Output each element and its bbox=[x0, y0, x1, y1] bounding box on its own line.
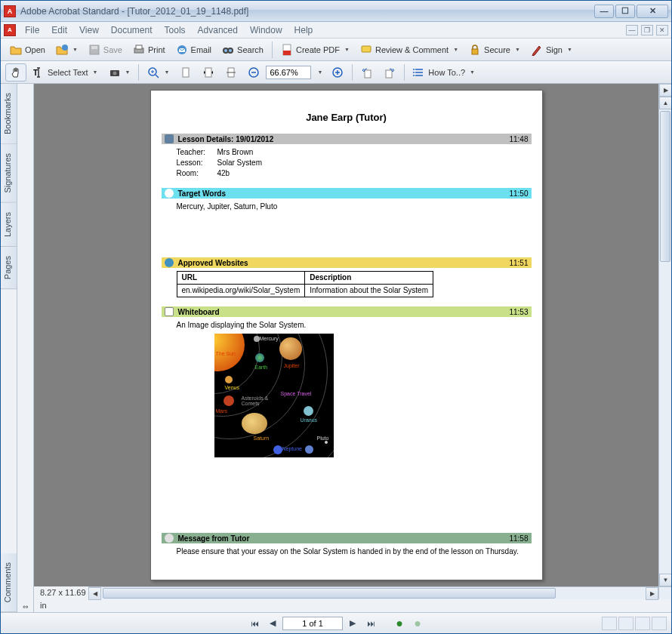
facing-view-button[interactable] bbox=[635, 617, 650, 630]
minus-circle-icon bbox=[248, 66, 260, 78]
mdi-minimize-button[interactable]: — bbox=[626, 25, 638, 35]
menu-file[interactable]: File bbox=[19, 23, 45, 38]
mdi-restore-button[interactable]: ❐ bbox=[641, 25, 653, 35]
maximize-button[interactable]: ☐ bbox=[615, 5, 635, 18]
snapshot-tool-button[interactable]: ▼ bbox=[104, 63, 135, 82]
tab-comments[interactable]: Comments bbox=[1, 553, 17, 612]
first-page-button[interactable]: ⏮ bbox=[246, 616, 263, 631]
scroll-left-arrow-icon[interactable]: ◀ bbox=[88, 587, 101, 600]
hand-tool-button[interactable] bbox=[5, 63, 26, 82]
menu-advanced[interactable]: Advanced bbox=[192, 23, 244, 38]
target-words-body: Mercury, Jupiter, Saturn, Pluto bbox=[162, 202, 532, 257]
acrobat-doc-icon: A bbox=[4, 24, 16, 36]
zoom-in-plus-button[interactable] bbox=[327, 63, 348, 82]
horizontal-scrollbar[interactable]: ◀ ▶ bbox=[88, 586, 658, 599]
tab-pages[interactable]: Pages bbox=[1, 247, 17, 289]
back-button[interactable]: ● bbox=[391, 616, 408, 631]
create-pdf-button[interactable]: Create PDF ▼ bbox=[276, 41, 354, 59]
label-saturn: Saturn bbox=[254, 435, 270, 442]
websites-table: URLDescription en.wikipedia.org/wiki/Sol… bbox=[177, 271, 433, 297]
select-text-button[interactable]: T Select Text ▼ bbox=[28, 63, 103, 82]
scroll-right-arrow-icon[interactable]: ▶ bbox=[659, 84, 671, 97]
svg-point-9 bbox=[224, 49, 227, 52]
fit-page-button[interactable] bbox=[198, 63, 219, 82]
menu-edit[interactable]: Edit bbox=[45, 23, 73, 38]
search-button[interactable]: Search bbox=[217, 41, 268, 59]
tab-bookmarks[interactable]: Bookmarks bbox=[1, 84, 17, 144]
book-icon bbox=[165, 134, 174, 143]
chevron-down-icon: ▼ bbox=[72, 47, 78, 52]
open-from-web-button[interactable]: ▼ bbox=[51, 41, 82, 59]
doc-viewport: Jane Earp (Tutor) Lesson Details: 19/01/… bbox=[34, 84, 671, 586]
resize-handle-icon[interactable]: ⇔ bbox=[17, 602, 33, 612]
next-page-button[interactable]: ▶ bbox=[344, 616, 361, 631]
continuous-view-button[interactable] bbox=[618, 617, 633, 630]
print-button[interactable]: Print bbox=[128, 41, 170, 59]
globe-icon bbox=[165, 258, 174, 267]
rotate-cw-button[interactable] bbox=[379, 63, 400, 82]
svg-point-10 bbox=[229, 49, 232, 52]
forward-button[interactable]: ● bbox=[409, 616, 426, 631]
continuous-facing-view-button[interactable] bbox=[652, 617, 667, 630]
close-button[interactable]: ✕ bbox=[637, 5, 668, 18]
window-title: Adobe Acrobat Standard - [Tutor_2012_01_… bbox=[20, 6, 594, 17]
actual-size-button[interactable] bbox=[175, 63, 196, 82]
open-button[interactable]: Open bbox=[5, 41, 50, 59]
prev-page-button[interactable]: ◀ bbox=[264, 616, 281, 631]
menu-window[interactable]: Window bbox=[244, 23, 288, 38]
zoom-level-input[interactable] bbox=[266, 66, 311, 79]
rotate-ccw-button[interactable] bbox=[356, 63, 378, 82]
scroll-up-arrow-icon[interactable]: ▲ bbox=[659, 97, 671, 109]
titlebar[interactable]: A Adobe Acrobat Standard - [Tutor_2012_0… bbox=[1, 1, 671, 22]
doc-scroll[interactable]: Jane Earp (Tutor) Lesson Details: 19/01/… bbox=[34, 84, 658, 586]
single-page-view-button[interactable] bbox=[602, 617, 617, 630]
last-page-button[interactable]: ⏭ bbox=[362, 616, 379, 631]
menu-tools[interactable]: Tools bbox=[159, 23, 192, 38]
approved-websites-header: Approved Websites bbox=[178, 259, 248, 267]
svg-rect-4 bbox=[136, 45, 142, 49]
target-icon bbox=[165, 189, 174, 198]
label-space-travel: Space Travel bbox=[281, 390, 312, 398]
email-button[interactable]: Email bbox=[171, 41, 217, 59]
scroll-down-arrow-icon[interactable]: ▼ bbox=[659, 574, 671, 586]
review-comment-button[interactable]: Review & Comment ▼ bbox=[356, 41, 463, 59]
scroll-track[interactable] bbox=[659, 109, 671, 574]
tab-layers[interactable]: Layers bbox=[1, 203, 17, 247]
svg-point-27 bbox=[413, 75, 415, 76]
menu-help[interactable]: Help bbox=[288, 23, 319, 38]
menu-view[interactable]: View bbox=[73, 23, 105, 38]
svg-rect-19 bbox=[205, 68, 211, 77]
document-area: Bookmarks Signatures Layers Pages Commen… bbox=[1, 84, 671, 612]
hand-icon bbox=[10, 66, 22, 78]
lesson-details-header: Lesson Details: 19/01/2012 bbox=[178, 135, 274, 143]
menu-document[interactable]: Document bbox=[105, 23, 159, 38]
vertical-scrollbar[interactable]: ▶ ▲ ▼ bbox=[658, 84, 671, 586]
zoom-out-button[interactable] bbox=[243, 63, 264, 82]
scroll-right-arrow-icon[interactable]: ▶ bbox=[646, 587, 658, 600]
acrobat-icon: A bbox=[4, 5, 16, 17]
scroll-track-h[interactable] bbox=[101, 587, 646, 599]
whiteboard-body: An Image displaying the Solar System. bbox=[162, 320, 532, 533]
folder-web-icon bbox=[56, 44, 68, 56]
approved-websites-time: 11:51 bbox=[509, 259, 528, 267]
binoculars-icon bbox=[222, 44, 234, 56]
separator bbox=[272, 42, 273, 58]
sign-button[interactable]: Sign ▼ bbox=[526, 41, 577, 59]
secure-button[interactable]: Secure ▼ bbox=[464, 41, 525, 59]
approved-websites-body: URLDescription en.wikipedia.org/wiki/Sol… bbox=[162, 271, 532, 306]
chevron-down-icon: ▼ bbox=[125, 69, 131, 75]
section-target-words: Target Words 11:50 bbox=[162, 188, 532, 199]
zoom-in-button[interactable]: ▼ bbox=[143, 63, 174, 82]
chevron-down-icon: ▼ bbox=[515, 47, 520, 52]
minimize-button[interactable]: — bbox=[594, 5, 614, 18]
tab-signatures[interactable]: Signatures bbox=[1, 144, 17, 203]
page-number-input[interactable]: 1 of 1 bbox=[282, 617, 343, 630]
mdi-close-button[interactable]: ✕ bbox=[656, 25, 668, 35]
select-text-label: Select Text bbox=[48, 68, 88, 77]
scroll-thumb[interactable] bbox=[660, 111, 670, 262]
scroll-thumb-h[interactable] bbox=[103, 588, 556, 599]
chevron-down-icon[interactable]: ▼ bbox=[314, 66, 325, 78]
fit-width-button[interactable] bbox=[220, 63, 242, 82]
how-to-button[interactable]: How To..? ▼ bbox=[408, 63, 479, 82]
save-button[interactable]: Save bbox=[84, 41, 127, 59]
